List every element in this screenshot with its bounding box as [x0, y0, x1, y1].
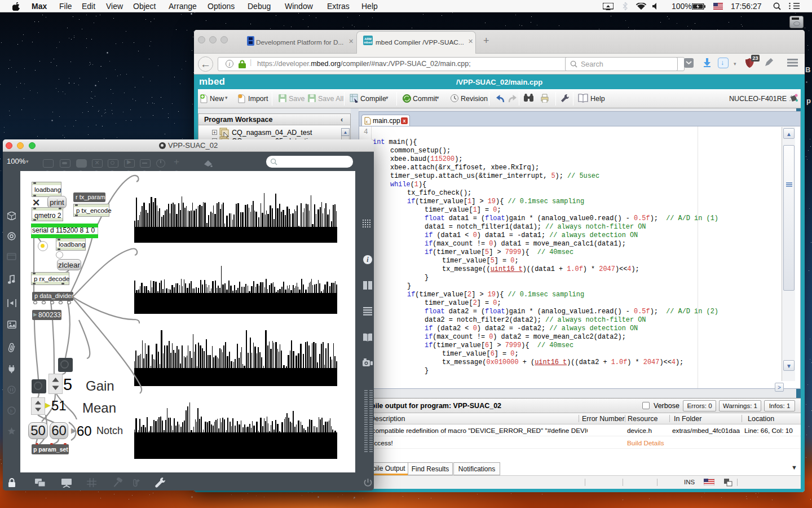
svg-text:b: b — [10, 408, 13, 414]
svg-text:c: c — [366, 119, 368, 124]
